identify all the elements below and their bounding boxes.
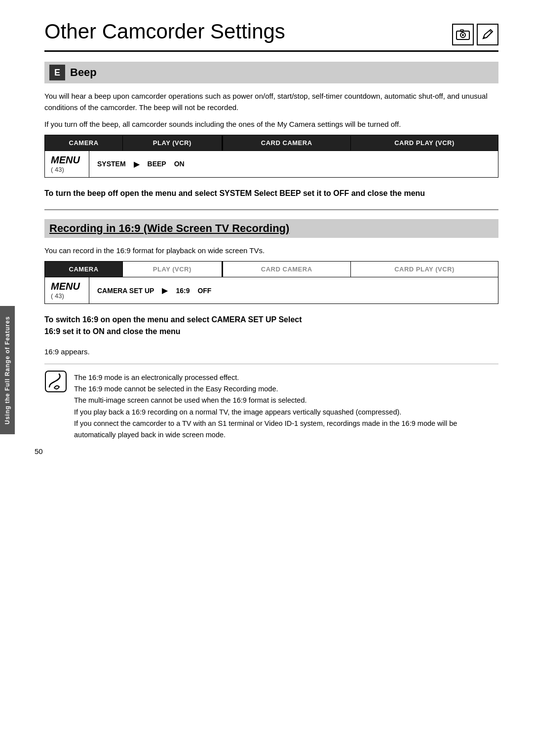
wide-instruction-line2: 16:9 set it to ON and close the menu bbox=[44, 327, 181, 336]
beep-title: Beep bbox=[70, 66, 97, 79]
section-divider bbox=[44, 209, 498, 210]
wide-mode-table: CAMERA PLAY (VCR) CARD CAMERA CARD PLAY … bbox=[44, 261, 498, 277]
beep-menu-arrow: ▶ bbox=[134, 159, 140, 169]
page-number: 50 bbox=[35, 447, 43, 455]
page-title: Other Camcorder Settings bbox=[44, 20, 285, 43]
note-1: The 16:9 mode is an electronically proce… bbox=[74, 372, 498, 383]
wide-mode-card-camera: CARD CAMERA bbox=[222, 262, 350, 277]
beep-mode-table: CAMERA PLAY (VCR) CARD CAMERA CARD PLAY … bbox=[44, 135, 498, 151]
note-4: If you play back a 16:9 recording on a n… bbox=[74, 407, 498, 418]
beep-menu-value-item: BEEP bbox=[148, 160, 166, 168]
note-3: The multi-image screen cannot be used wh… bbox=[74, 395, 498, 406]
beep-instruction: To turn the beep off open the menu and s… bbox=[44, 188, 498, 199]
wide-instruction: To switch 16:9 on open the menu and sele… bbox=[44, 314, 498, 338]
note-5: If you connect the camcorder to a TV wit… bbox=[74, 418, 498, 441]
notes-text: The 16:9 mode is an electronically proce… bbox=[74, 372, 498, 441]
mode-card-camera: CARD CAMERA bbox=[222, 135, 350, 151]
beep-section-header: E Beep bbox=[44, 62, 498, 83]
wide-menu-row: MENU ( 43) CAMERA SET UP ▶ 16:9 OFF bbox=[44, 277, 498, 304]
wide-menu-value-item: 16:9 bbox=[176, 287, 190, 295]
beep-menu-label: MENU bbox=[51, 155, 80, 165]
wide-menu-content: CAMERA SET UP ▶ 16:9 OFF bbox=[89, 277, 498, 303]
beep-menu-system: SYSTEM bbox=[97, 160, 126, 168]
mode-play-vcr: PLAY (VCR) bbox=[123, 135, 222, 151]
appears-text: 16:9 appears. bbox=[44, 347, 498, 356]
note-icon bbox=[44, 370, 67, 397]
wide-menu-label-col: MENU ( 43) bbox=[45, 277, 89, 303]
wide-menu-value: OFF bbox=[197, 287, 211, 295]
wide-menu-arrow: ▶ bbox=[162, 286, 168, 295]
beep-body1: You will hear a beep upon camcorder oper… bbox=[44, 90, 498, 113]
wide-section-title: Recording in 16:9 (Wide Screen TV Record… bbox=[49, 222, 289, 234]
wide-menu-label: MENU bbox=[51, 281, 80, 291]
wide-mode-camera: CAMERA bbox=[45, 262, 123, 277]
wide-menu-camera-setup: CAMERA SET UP bbox=[97, 287, 154, 295]
notes-box: The 16:9 mode is an electronically proce… bbox=[44, 364, 498, 441]
beep-menu-value: ON bbox=[174, 160, 185, 168]
beep-menu-content: SYSTEM ▶ BEEP ON bbox=[89, 151, 498, 177]
pencil-icon bbox=[477, 24, 498, 45]
wide-menu-ref: ( 43) bbox=[51, 292, 64, 300]
beep-menu-ref: ( 43) bbox=[51, 166, 64, 173]
page-header: Other Camcorder Settings bbox=[44, 20, 498, 52]
camera-icon bbox=[452, 24, 474, 45]
svg-point-3 bbox=[462, 34, 464, 36]
wide-body: You can record in the 16:9 format for pl… bbox=[44, 245, 498, 256]
wide-mode-card-play-vcr: CARD PLAY (VCR) bbox=[350, 262, 498, 277]
section-e-label: E bbox=[49, 65, 65, 80]
header-icons bbox=[452, 24, 498, 45]
note-2: The 16:9 mode cannot be selected in the … bbox=[74, 383, 498, 395]
wide-section-header: Recording in 16:9 (Wide Screen TV Record… bbox=[44, 219, 498, 238]
wide-mode-play-vcr: PLAY (VCR) bbox=[123, 262, 222, 277]
mode-card-play-vcr: CARD PLAY (VCR) bbox=[350, 135, 498, 151]
beep-body2: If you turn off the beep, all camcorder … bbox=[44, 118, 498, 130]
beep-menu-label-col: MENU ( 43) bbox=[45, 151, 89, 177]
mode-camera: CAMERA bbox=[45, 135, 123, 151]
beep-menu-row: MENU ( 43) SYSTEM ▶ BEEP ON bbox=[44, 151, 498, 178]
